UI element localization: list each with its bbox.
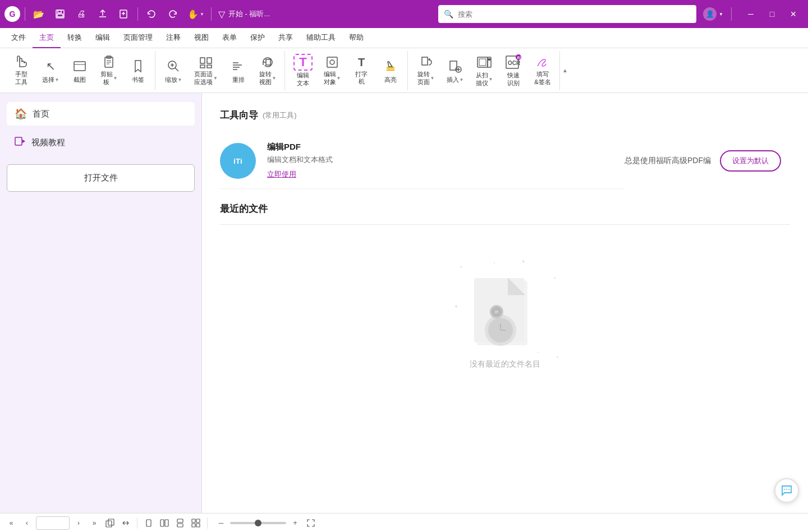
view-single-btn[interactable] xyxy=(142,516,155,530)
share-btn[interactable] xyxy=(94,5,112,23)
save-btn[interactable] xyxy=(51,5,69,23)
rotate-page-dropdown-arrow: ▼ xyxy=(430,76,435,81)
tool-guide-subtitle: (常用工具) xyxy=(263,110,297,121)
use-now-link[interactable]: 立即使用 xyxy=(267,169,296,179)
view-grid-btn[interactable] xyxy=(189,516,203,530)
minimize-btn[interactable]: ─ xyxy=(741,5,761,23)
layout-swap-btn[interactable] xyxy=(119,516,132,530)
svg-rect-37 xyxy=(15,137,22,145)
sidebar-item-video[interactable]: 视频教程 xyxy=(7,130,195,155)
menu-help[interactable]: 帮助 xyxy=(342,28,370,48)
nav-last-btn[interactable]: » xyxy=(88,516,101,530)
menu-form[interactable]: 表单 xyxy=(215,28,244,48)
menu-annotate[interactable]: 注释 xyxy=(159,28,187,48)
sidebar-item-home[interactable]: 🏠 首页 xyxy=(7,102,195,126)
insert-btn[interactable]: 插入 ▼ xyxy=(440,53,470,88)
svg-rect-15 xyxy=(200,58,205,63)
statusbar: « ‹ › » ─ + xyxy=(0,513,808,532)
toolbar-scroll-up[interactable]: ▲ xyxy=(561,51,569,90)
toolbar-group-edit: T 编辑文本 编辑对象 ▼ T 打字机 高亮 xyxy=(286,51,408,90)
menu-page-manage[interactable]: 页面管理 xyxy=(117,28,159,48)
sign-btn[interactable]: 填写&签名 xyxy=(528,53,557,88)
layout-copy-btn[interactable] xyxy=(103,516,117,530)
view-facing-btn[interactable] xyxy=(158,516,171,530)
bookmark-btn[interactable]: 书签 xyxy=(123,53,153,88)
clipboard-icon xyxy=(100,55,118,70)
sign-label: 填写&签名 xyxy=(534,71,550,85)
clipboard-btn[interactable]: 剪贴板 ▼ xyxy=(94,53,123,88)
video-icon xyxy=(15,136,26,150)
hand-tool-label: 手型工具 xyxy=(15,71,27,85)
menu-edit[interactable]: 编辑 xyxy=(89,28,117,48)
toolbar-group-view: 缩放 ▼ 页面适应选项 ▼ 重排 旋转视图 ▼ xyxy=(157,51,285,90)
menu-tools[interactable]: 辅助工具 xyxy=(300,28,342,48)
open-file-btn[interactable]: 打开文件 xyxy=(7,164,195,192)
titlebar: G 📂 🖨 ✋ ▼ ▽ 开始 - 福听... 🔍 xyxy=(0,0,808,28)
menu-home[interactable]: 主页 xyxy=(33,28,61,48)
svg-rect-57 xyxy=(165,520,168,526)
hand-tool-btn[interactable]: 手型工具 xyxy=(7,53,36,88)
edit-obj-btn[interactable]: 编辑对象 ▼ xyxy=(318,53,347,88)
open-folder-btn[interactable]: 📂 xyxy=(30,5,48,23)
rotate-view-dropdown-arrow: ▼ xyxy=(272,76,277,81)
set-default-btn[interactable]: 设置为默认 xyxy=(720,150,781,172)
comment-dropdown[interactable]: ▽ 开始 - 福听... xyxy=(216,5,272,23)
svg-point-21 xyxy=(330,60,334,64)
user-area[interactable]: 👤 ▼ xyxy=(700,5,727,23)
zoom-controls: ─ + xyxy=(214,516,318,530)
menu-convert[interactable]: 转换 xyxy=(61,28,89,48)
highlight-icon xyxy=(382,57,400,75)
svg-rect-61 xyxy=(196,519,200,522)
menu-protect[interactable]: 保护 xyxy=(244,28,272,48)
page-input[interactable] xyxy=(36,516,70,530)
select-tool-btn[interactable]: ↖ 选择 ▼ xyxy=(36,53,65,88)
scan-btn[interactable]: 从扫描仪 ▼ xyxy=(470,53,499,88)
chat-bubble[interactable] xyxy=(774,478,799,503)
svg-rect-55 xyxy=(146,520,151,526)
undo-btn[interactable] xyxy=(143,5,160,23)
edit-text-btn[interactable]: T 编辑文本 xyxy=(288,53,318,88)
menu-view[interactable]: 视图 xyxy=(187,28,215,48)
tool-guide-title: 工具向导 (常用工具) xyxy=(220,109,790,122)
maximize-btn[interactable]: □ xyxy=(762,5,782,23)
svg-rect-16 xyxy=(207,58,212,63)
screenshot-btn[interactable]: 截图 xyxy=(65,53,94,88)
search-input[interactable] xyxy=(458,10,691,18)
scan-label: 从扫描仪 xyxy=(476,72,488,86)
rotate-view-btn[interactable]: 旋转视图 ▼ xyxy=(253,53,282,88)
ocr-btn[interactable]: OCRAI 快速识别 xyxy=(499,53,528,88)
menu-share[interactable]: 共享 xyxy=(272,28,300,48)
print-btn[interactable]: 🖨 xyxy=(72,5,90,23)
fit-page-btn[interactable]: 页面适应选项 ▼ xyxy=(188,53,224,88)
nav-first-btn[interactable]: « xyxy=(4,516,18,530)
zoom-slider[interactable] xyxy=(230,522,286,524)
content-area: 工具向导 (常用工具) iTi 编辑PDF 编辑文档和文本格式 xyxy=(202,93,808,513)
zoom-out-btn[interactable]: ─ xyxy=(214,516,228,530)
fit-page-icon xyxy=(197,55,215,70)
new-tab-btn[interactable] xyxy=(115,5,133,23)
menu-file[interactable]: 文件 xyxy=(4,28,33,48)
nav-next-btn[interactable]: › xyxy=(72,516,85,530)
bookmark-label: 书签 xyxy=(132,76,144,84)
rotate-page-btn[interactable]: 旋转页面 ▼ xyxy=(411,53,440,88)
avatar: 👤 xyxy=(703,7,717,21)
hand-tool-dropdown[interactable]: ✋ ▼ xyxy=(185,5,206,23)
app-logo: G xyxy=(4,6,20,22)
svg-rect-58 xyxy=(177,519,183,522)
nav-prev-btn[interactable]: ‹ xyxy=(20,516,34,530)
titlebar-divider-2 xyxy=(137,7,138,21)
zoom-in-btn[interactable]: + xyxy=(288,516,302,530)
redo-btn[interactable] xyxy=(164,5,182,23)
zoom-fit-btn[interactable] xyxy=(304,516,318,530)
zoom-btn[interactable]: 缩放 ▼ xyxy=(159,53,188,88)
ocr-label: 快速识别 xyxy=(507,72,520,86)
close-btn[interactable]: ✕ xyxy=(783,5,804,23)
typewriter-btn[interactable]: T 打字机 xyxy=(347,53,376,88)
svg-rect-4 xyxy=(74,62,85,71)
svg-rect-17 xyxy=(200,65,205,68)
reflow-btn[interactable]: 重排 xyxy=(224,53,253,88)
svg-rect-62 xyxy=(192,524,195,527)
empty-illustration: • • + • + xyxy=(449,258,561,359)
highlight-btn[interactable]: 高亮 xyxy=(376,53,405,88)
view-scroll-btn[interactable] xyxy=(173,516,187,530)
